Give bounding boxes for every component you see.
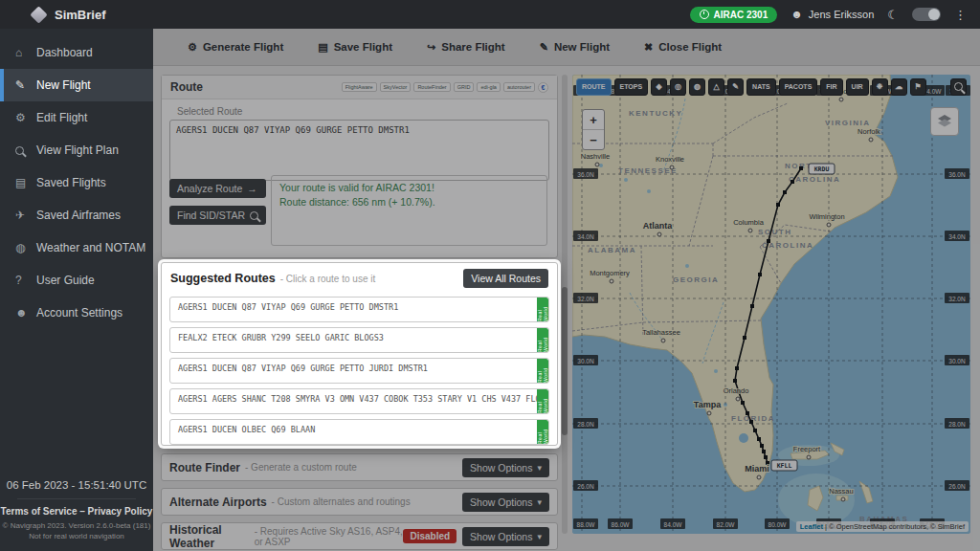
close-flight-button[interactable]: ✖Close Flight: [635, 37, 731, 57]
analyze-route-button[interactable]: Analyze Route →: [169, 179, 266, 198]
section-controls: Show Options▾: [462, 458, 549, 477]
real-world-badge: Real World: [537, 389, 548, 413]
partner-logo-[interactable]: €: [538, 82, 548, 93]
map-btn-target-icon[interactable]: ◎: [670, 78, 686, 96]
map-attribution: Leaflet | © OpenStreetMap contributors, …: [796, 521, 969, 532]
map-btn-droplet-icon[interactable]: ❉: [872, 78, 888, 96]
svg-text:Columbia: Columbia: [733, 218, 765, 227]
map-btn-fir[interactable]: FIR: [820, 78, 842, 96]
route-panel-title: Route: [170, 80, 203, 94]
suggested-route-row-2[interactable]: FEALX2 ETECK GRUBR Y299 SEELO GARIC BLOG…: [169, 327, 549, 353]
svg-text:KRDU: KRDU: [814, 165, 830, 173]
sidebar-item-label: Dashboard: [36, 46, 93, 59]
partner-logo-routefinder[interactable]: RouteFinder: [413, 82, 450, 92]
partner-logo-autorouter[interactable]: autorouter: [503, 82, 535, 92]
partner-logo-flightaware[interactable]: FlightAware: [342, 82, 377, 92]
map-zoom-control: + −: [582, 109, 605, 150]
share-flight-button[interactable]: ↪Share Flight: [417, 37, 515, 57]
svg-text:Miami: Miami: [745, 464, 769, 474]
sidebar-item-saved-flights[interactable]: ▤Saved Flights: [0, 166, 153, 199]
suggested-routes-title: Suggested Routes: [170, 272, 276, 285]
svg-text:82.0W: 82.0W: [717, 521, 736, 528]
show-options-button[interactable]: Show Options▾: [462, 527, 549, 546]
svg-text:30.0N: 30.0N: [577, 358, 594, 364]
show-options-button[interactable]: Show Options▾: [462, 458, 549, 477]
simbrief-logo-icon: [30, 6, 47, 23]
route-validation-box: Your route is valid for AIRAC 2301! Rout…: [271, 175, 547, 246]
real-world-badge: Real World: [537, 359, 548, 383]
zoom-in-button[interactable]: +: [583, 110, 604, 130]
section-subtitle: - Generate a custom route: [245, 462, 357, 473]
magnifier-icon: [250, 211, 258, 220]
dark-mode-toggle[interactable]: [912, 8, 941, 21]
sidebar-item-label: Weather and NOTAM: [36, 241, 145, 254]
sidebar-item-label: Account Settings: [36, 306, 122, 320]
map-btn-uir[interactable]: UIR: [846, 78, 869, 96]
generate-flight-button[interactable]: ⚙Generate Flight: [178, 37, 293, 57]
show-options-button[interactable]: Show Options▾: [462, 493, 549, 512]
partner-logo-grid[interactable]: GRID: [454, 82, 475, 92]
view-all-routes-button[interactable]: View All Routes: [463, 269, 548, 288]
save-flight-button[interactable]: ▤Save Flight: [308, 37, 402, 57]
map-btn-pencil-icon[interactable]: ✎: [727, 78, 744, 96]
privacy-link[interactable]: Privacy Policy: [88, 506, 153, 517]
map-btn-etops[interactable]: ETOPS: [614, 78, 649, 96]
zoom-out-button[interactable]: −: [583, 130, 604, 149]
section-title: Alternate Airports: [169, 496, 267, 509]
user-menu[interactable]: ☻ Jens Eriksson: [791, 8, 874, 21]
map-btn-tag-icon[interactable]: ◈: [651, 78, 667, 96]
suggested-route-row-3[interactable]: AGERS1 DUCEN Q87 VIYAP Q69 GURGE PETTO J…: [169, 358, 549, 384]
sidebar-item-edit-flight[interactable]: ⚙Edit Flight: [0, 101, 153, 134]
sidebar-item-user-guide[interactable]: ?User Guide: [0, 264, 153, 297]
suggested-route-row-4[interactable]: AGERS1 AGERS SHANC T208 SMYRA V3 OMN V43…: [169, 388, 549, 414]
svg-text:Montgomery: Montgomery: [590, 269, 630, 277]
scrollbar-thumb[interactable]: [562, 287, 568, 435]
chevron-down-icon: ▾: [537, 497, 542, 507]
real-world-badge: Real World: [537, 328, 548, 352]
terms-link[interactable]: Terms of Service: [1, 506, 78, 517]
sidebar-item-label: View Flight Plan: [36, 143, 119, 157]
sidebar-item-new-flight[interactable]: ✎New Flight: [0, 69, 153, 101]
sidebar-item-saved-airframes[interactable]: ✈Saved Airframes: [0, 199, 153, 231]
suggested-route-row-5[interactable]: AGERS1 DUCEN OLBEC Q69 BLAANReal World: [169, 419, 549, 445]
sidebar-item-label: Edit Flight: [36, 111, 87, 124]
pencil-icon: ✎: [540, 41, 548, 54]
sidebar-item-weather-and-notam[interactable]: ◍Weather and NOTAM: [0, 231, 153, 264]
find-sidstar-button[interactable]: Find SID/STAR: [169, 206, 266, 225]
footer-divider: [17, 498, 136, 499]
historical-weather-bar: Historical Weather- Requires Active Sky …: [161, 522, 558, 550]
svg-text:Wilmington: Wilmington: [809, 212, 844, 221]
content-scrollbar[interactable]: [562, 75, 568, 534]
svg-text:Atlanta: Atlanta: [643, 221, 673, 231]
sidebar-item-dashboard[interactable]: ⌂Dashboard: [0, 36, 153, 69]
route-map[interactable]: KENTUCKYVIRGINIATENNESSEENORTHCAROLINASO…: [572, 75, 970, 534]
sidebar-item-view-flight-plan[interactable]: View Flight Plan: [0, 134, 153, 166]
map-btn-cloud-icon[interactable]: ☁: [891, 78, 907, 96]
toolbar-button-label: Save Flight: [334, 41, 392, 53]
partner-logo-edi-gla[interactable]: edi-gla: [477, 82, 501, 92]
map-btn-flag-icon[interactable]: ⚑: [910, 78, 926, 96]
sidebar-item-account-settings[interactable]: ☻Account Settings: [0, 297, 153, 329]
map-btn-pacots[interactable]: PACOTS: [779, 78, 818, 96]
top-navbar: SimBrief AIRAC 2301 ☻ Jens Eriksson ☾ ⋮: [0, 0, 980, 29]
show-options-label: Show Options: [470, 462, 532, 474]
real-world-badge: Real World: [537, 298, 548, 321]
map-btn-route[interactable]: ROUTE: [576, 78, 612, 96]
map-layers-control[interactable]: [930, 107, 959, 136]
partner-logo-skyvector[interactable]: SkyVector: [380, 82, 412, 92]
suggested-route-row-1[interactable]: AGERS1 DUCEN Q87 VIYAP Q69 GURGE PETTO D…: [169, 297, 549, 322]
map-search-button[interactable]: [950, 78, 967, 96]
map-btn-triangle-icon[interactable]: △: [708, 78, 724, 96]
airac-badge[interactable]: AIRAC 2301: [690, 7, 778, 23]
map-toolbar: ROUTEETOPS◈◎◍△✎NATSPACOTSFIRUIR❉☁⚑: [576, 78, 967, 95]
map-btn-nats[interactable]: NATS: [746, 78, 776, 96]
map-btn-globe-icon[interactable]: ◍: [689, 78, 705, 96]
kebab-menu-icon[interactable]: ⋮: [954, 8, 967, 22]
route-panel-header: Route FlightAwareSkyVectorRouteFinderGRI…: [162, 76, 557, 99]
selected-route-input[interactable]: AGERS1 DUCEN Q87 VIYAP Q69 GURGE PETTO D…: [169, 120, 549, 181]
gear-icon: ⚙: [188, 41, 197, 54]
plane-icon: ✈: [15, 209, 36, 222]
leaflet-link[interactable]: Leaflet: [800, 522, 823, 531]
real-world-badge-label: Real World: [537, 420, 548, 444]
new-flight-button[interactable]: ✎New Flight: [530, 37, 619, 57]
